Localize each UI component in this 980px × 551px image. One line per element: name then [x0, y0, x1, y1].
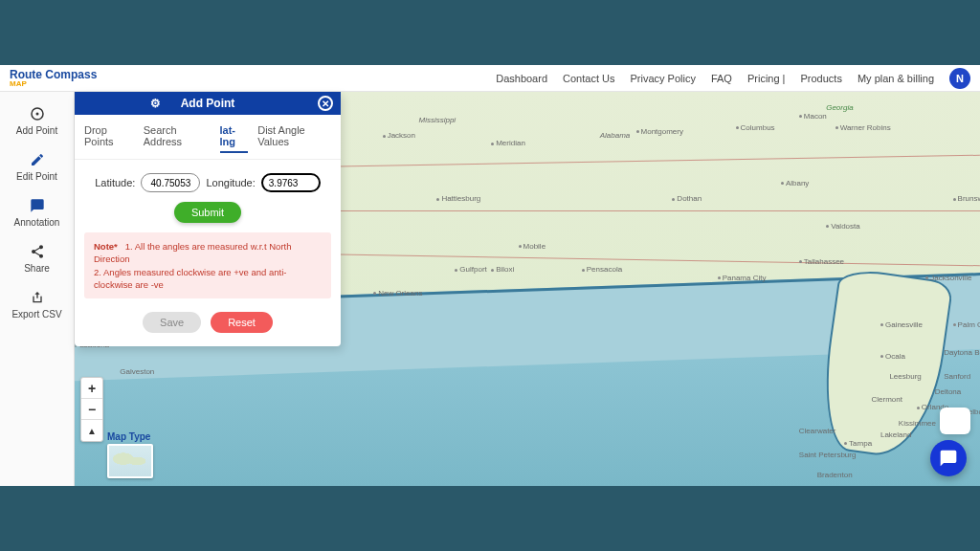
- label-tallahassee: Tallahassee: [804, 257, 844, 266]
- chat-button[interactable]: [930, 440, 967, 476]
- sidebar-label: Edit Point: [16, 171, 57, 182]
- pencil-icon: [29, 151, 46, 168]
- longitude-input[interactable]: [261, 173, 321, 192]
- north-button[interactable]: ▲: [81, 420, 102, 441]
- label-stpete: Saint Petersburg: [799, 451, 857, 459]
- note-box: Note* 1. All the angles are measured w.r…: [84, 232, 331, 298]
- zoom-out-button[interactable]: −: [81, 399, 102, 420]
- label-hattiesburg: Hattiesburg: [441, 194, 480, 203]
- submit-button[interactable]: Submit: [174, 202, 241, 223]
- label-deltona: Deltona: [935, 387, 962, 396]
- chat-preview[interactable]: [940, 408, 970, 434]
- label-ocala: Ocala: [885, 352, 905, 361]
- panel-title: Add Point: [181, 97, 235, 110]
- svg-rect-3: [40, 297, 41, 301]
- label-clermont: Clermont: [871, 395, 902, 404]
- add-point-panel: ⚙ Add Point ✕ Drop Points Search Address…: [75, 92, 341, 346]
- sidebar-share[interactable]: Share: [0, 237, 74, 279]
- svg-rect-2: [33, 297, 33, 301]
- label-gulfport: Gulfport: [459, 265, 486, 274]
- share-icon: [29, 243, 46, 260]
- tab-drop-points[interactable]: Drop Points: [84, 124, 134, 153]
- sidebar-export[interactable]: Export CSV: [0, 283, 74, 325]
- label-palmcoast: Palm Coast: [958, 320, 980, 329]
- label-georgia: Georgia: [826, 103, 853, 112]
- left-sidebar: Add Point Edit Point Annotation Share Ex…: [0, 92, 75, 486]
- save-button[interactable]: Save: [143, 312, 201, 333]
- comment-icon: [29, 197, 46, 214]
- label-gainesville: Gainesville: [885, 320, 923, 329]
- label-brunswick: Brunswick: [958, 194, 980, 203]
- label-warner: Warner Robins: [840, 123, 891, 132]
- svg-point-1: [35, 113, 38, 116]
- label-dothan: Dothan: [677, 194, 702, 203]
- sidebar-label: Annotation: [14, 217, 60, 228]
- latitude-label: Latitude:: [95, 177, 135, 188]
- latitude-input[interactable]: [141, 173, 200, 192]
- label-jackson: Jackson: [388, 131, 415, 140]
- label-valdosta: Valdosta: [831, 222, 860, 231]
- label-bradenton: Bradenton: [817, 471, 853, 479]
- label-albany: Albany: [786, 179, 809, 187]
- tab-lat-lng[interactable]: lat-lng: [220, 124, 249, 153]
- label-galveston: Galveston: [120, 367, 154, 376]
- latlng-row: Latitude: Longitude:: [75, 160, 341, 200]
- top-header: Route Compass MAP Dashboard Contact Us P…: [0, 65, 980, 92]
- panel-actions: Save Reset: [75, 308, 341, 346]
- chat-icon: [939, 449, 958, 468]
- sidebar-add-point[interactable]: Add Point: [0, 99, 74, 142]
- export-icon: [29, 289, 46, 306]
- label-biloxi: Biloxi: [496, 265, 514, 274]
- sidebar-label: Add Point: [16, 125, 57, 136]
- sidebar-edit-point[interactable]: Edit Point: [0, 145, 74, 187]
- label-neworleans: New Orleans: [378, 289, 422, 298]
- label-clearwater: Clearwater: [799, 427, 836, 435]
- nav-dashboard[interactable]: Dashboard: [496, 73, 547, 84]
- top-nav: Dashboard Contact Us Privacy Policy FAQ …: [496, 68, 970, 89]
- label-montgomery: Montgomery: [641, 127, 683, 136]
- nav-faq[interactable]: FAQ: [711, 73, 732, 84]
- label-lakeland: Lakeland: [880, 430, 911, 439]
- label-alabama: Alabama: [600, 131, 631, 140]
- nav-pricing[interactable]: Pricing |: [747, 73, 786, 84]
- gear-icon: ⚙: [150, 97, 161, 110]
- tab-search-address[interactable]: Search Address: [144, 124, 211, 153]
- logo[interactable]: Route Compass MAP: [10, 68, 97, 88]
- label-meridian: Meridian: [496, 139, 525, 147]
- label-pensacola: Pensacola: [587, 265, 622, 274]
- label-mississippi: Mississippi: [418, 116, 456, 124]
- label-macon: Macon: [804, 112, 827, 121]
- nav-contact[interactable]: Contact Us: [563, 73, 614, 84]
- close-icon[interactable]: ✕: [318, 96, 333, 111]
- note-line-1: 1. All the angles are measured w.r.t Nor…: [94, 241, 291, 264]
- nav-plan[interactable]: My plan & billing: [858, 73, 934, 84]
- target-icon: [29, 105, 46, 122]
- avatar[interactable]: N: [949, 68, 970, 89]
- zoom-control: + − ▲: [80, 377, 103, 442]
- map-type-thumb[interactable]: [107, 444, 153, 478]
- label-jacksonville: Jacksonville: [930, 274, 971, 282]
- label-columbus: Columbus: [741, 123, 775, 132]
- label-panama: Panama City: [723, 274, 767, 282]
- label-daytona: Daytona Beach: [944, 348, 980, 357]
- nav-privacy[interactable]: Privacy Policy: [630, 73, 695, 84]
- sidebar-label: Export CSV: [11, 309, 61, 320]
- tab-dist-angle[interactable]: Dist Angle Values: [257, 124, 331, 153]
- map-type-label: Map Type: [107, 431, 153, 442]
- note-line-2: 2. Angles measured clockwise are +ve and…: [94, 267, 286, 290]
- longitude-label: Longitude:: [206, 177, 255, 188]
- panel-tabs: Drop Points Search Address lat-lng Dist …: [75, 115, 341, 160]
- label-kissimmee: Kissimmee: [899, 419, 936, 428]
- panel-header: ⚙ Add Point ✕: [75, 92, 341, 115]
- label-tampa: Tampa: [849, 439, 872, 448]
- zoom-in-button[interactable]: +: [81, 378, 102, 399]
- label-sanford: Sanford: [944, 372, 970, 381]
- label-mobile: Mobile: [523, 242, 546, 251]
- nav-products[interactable]: Products: [800, 73, 841, 84]
- reset-button[interactable]: Reset: [211, 312, 273, 333]
- sidebar-annotation[interactable]: Annotation: [0, 191, 74, 233]
- label-leesburg: Leesburg: [889, 372, 921, 381]
- sidebar-label: Share: [24, 263, 50, 274]
- note-label: Note*: [94, 241, 118, 252]
- map-type-selector: Map Type: [107, 431, 153, 478]
